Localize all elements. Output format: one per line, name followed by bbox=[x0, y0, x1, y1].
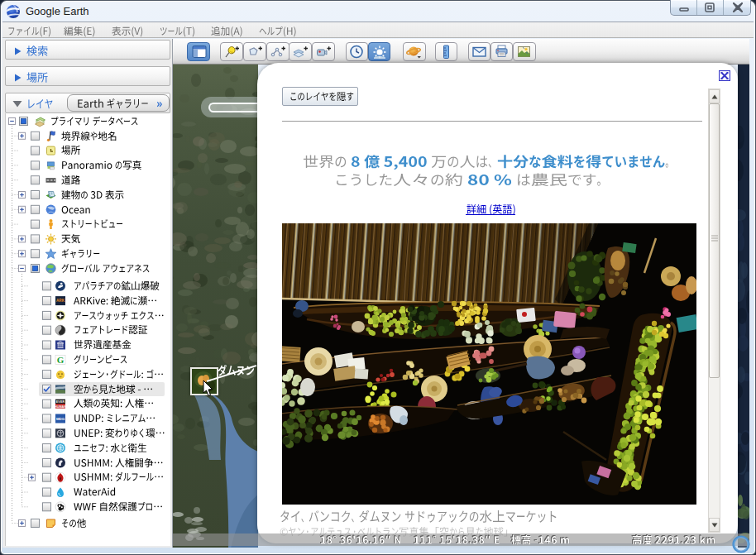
svg-text:EVER: EVER bbox=[56, 400, 65, 404]
svg-text:ARK: ARK bbox=[56, 299, 65, 303]
svg-text:MDG: MDG bbox=[56, 417, 65, 421]
svg-text:G: G bbox=[57, 355, 65, 365]
svg-text:HUMAN: HUMAN bbox=[55, 405, 66, 409]
